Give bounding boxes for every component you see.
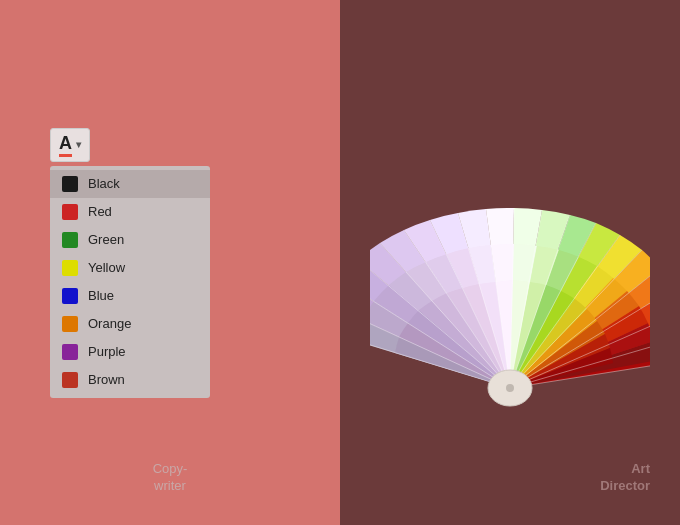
color-label-brown: Brown — [88, 372, 125, 387]
font-color-button[interactable]: A ▾ — [50, 128, 90, 162]
color-swatch-purple — [62, 344, 78, 360]
color-label-black: Black — [88, 176, 120, 191]
color-swatch-blue — [62, 288, 78, 304]
color-label-yellow: Yellow — [88, 260, 125, 275]
art-director-label: Art Director — [600, 461, 650, 495]
color-label-purple: Purple — [88, 344, 126, 359]
color-item-black[interactable]: Black — [50, 170, 210, 198]
dropdown-arrow-icon: ▾ — [76, 139, 81, 150]
color-label-orange: Orange — [88, 316, 131, 331]
color-swatch-red — [62, 204, 78, 220]
color-swatch-orange — [62, 316, 78, 332]
color-swatch-black — [62, 176, 78, 192]
left-panel: A ▾ Black Red Green Yellow Blue Orange — [0, 0, 340, 525]
color-swatch-green — [62, 232, 78, 248]
color-swatch-yellow — [62, 260, 78, 276]
right-panel: Art Director — [340, 0, 680, 525]
color-item-purple[interactable]: Purple — [50, 338, 210, 366]
color-item-yellow[interactable]: Yellow — [50, 254, 210, 282]
color-dropdown-menu: Black Red Green Yellow Blue Orange Purpl… — [50, 166, 210, 398]
color-item-brown[interactable]: Brown — [50, 366, 210, 394]
font-icon: A — [59, 133, 72, 157]
color-item-red[interactable]: Red — [50, 198, 210, 226]
svg-point-21 — [506, 384, 514, 392]
color-label-blue: Blue — [88, 288, 114, 303]
color-fan — [370, 113, 650, 413]
color-item-blue[interactable]: Blue — [50, 282, 210, 310]
pantone-fan-svg — [370, 113, 650, 413]
color-label-red: Red — [88, 204, 112, 219]
color-swatch-brown — [62, 372, 78, 388]
color-item-orange[interactable]: Orange — [50, 310, 210, 338]
color-label-green: Green — [88, 232, 124, 247]
copywriter-label: Copy- writer — [153, 461, 188, 495]
color-item-green[interactable]: Green — [50, 226, 210, 254]
